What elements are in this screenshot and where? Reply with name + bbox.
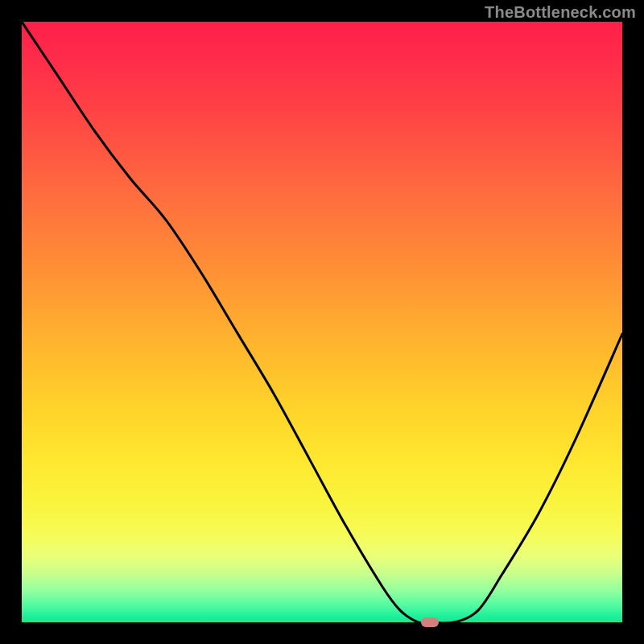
watermark-label: TheBottleneck.com [485, 3, 636, 22]
curve-path [22, 22, 622, 622]
bottleneck-curve [22, 22, 622, 622]
optimal-point-marker [421, 617, 439, 627]
chart-frame: TheBottleneck.com [0, 0, 644, 644]
chart-plot-area [22, 22, 622, 622]
